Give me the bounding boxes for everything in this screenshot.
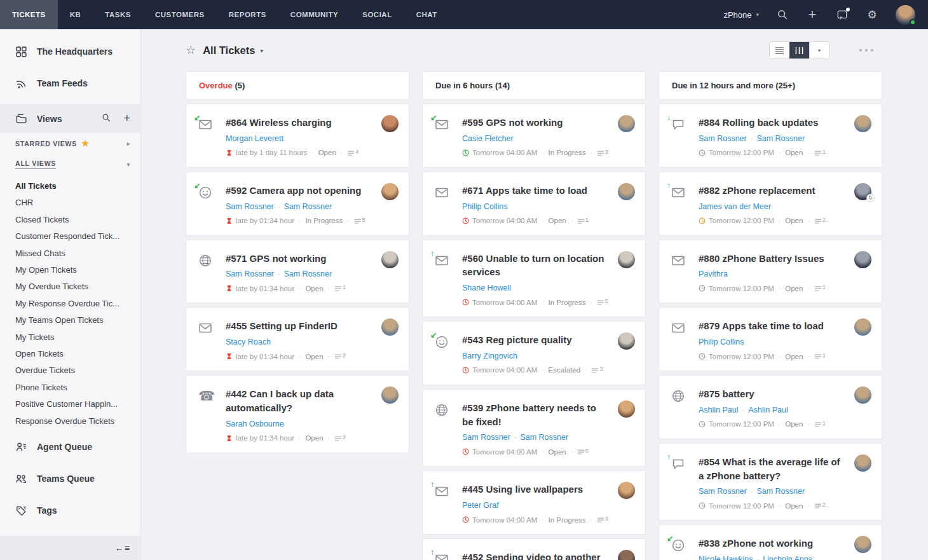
kanban-view-button[interactable] bbox=[789, 42, 809, 58]
contact-link[interactable]: Ashlin Paul bbox=[748, 406, 788, 414]
contact-link[interactable]: Sam Rossner bbox=[520, 433, 568, 442]
ticket-title[interactable]: #864 Wireless charging bbox=[226, 116, 373, 130]
view-list-item[interactable]: My Open Tickets bbox=[0, 262, 140, 278]
ticket-card[interactable]: ↓ #884 Rolling back updates Sam Rossner·… bbox=[658, 104, 882, 168]
contact-link[interactable]: Pavithra bbox=[699, 270, 728, 278]
ticket-title[interactable]: #592 Camera app not opening bbox=[226, 184, 373, 198]
sidebar-item-views[interactable]: Views + bbox=[0, 104, 140, 133]
sidebar-collapse-bar[interactable]: ←≡ bbox=[0, 536, 140, 560]
views-search-icon[interactable] bbox=[102, 113, 111, 124]
ticket-title[interactable]: #543 Reg picture quality bbox=[462, 333, 610, 347]
view-selector-caret[interactable]: ▾ bbox=[260, 48, 263, 54]
contact-link[interactable]: Nicole Hawkins bbox=[699, 555, 753, 560]
ticket-title[interactable]: #879 Apps take time to load bbox=[699, 319, 846, 333]
nav-tab-customers[interactable]: CUSTOMERS bbox=[143, 0, 217, 29]
ticket-title[interactable]: #595 GPS not working bbox=[462, 116, 610, 130]
view-list-item[interactable]: Response Overdue Tickets bbox=[0, 413, 140, 430]
view-list-item[interactable]: My Teams Open Tickets bbox=[0, 312, 140, 329]
ticket-card[interactable]: ↑ #854 What is the average life of a zPh… bbox=[658, 443, 882, 521]
ticket-title[interactable]: #442 Can I back up data automatically? bbox=[226, 387, 373, 415]
ticket-title[interactable]: #884 Rolling back updates bbox=[699, 116, 846, 130]
feedback-icon[interactable] bbox=[836, 8, 849, 21]
ticket-card[interactable]: ↑ #560 Unable to turn on location servic… bbox=[422, 240, 646, 318]
add-new-icon[interactable]: + bbox=[806, 8, 819, 21]
department-selector[interactable]: zPhone ▾ bbox=[723, 10, 759, 20]
contact-link[interactable]: Sam Rossner bbox=[756, 134, 805, 143]
ticket-card[interactable]: #879 Apps take time to load Philip Colli… bbox=[658, 307, 882, 371]
ticket-title[interactable]: #671 Apps take time to load bbox=[462, 184, 610, 198]
nav-tab-reports[interactable]: REPORTS bbox=[217, 0, 278, 29]
contact-link[interactable]: Sam Rossner bbox=[226, 270, 274, 278]
contact-link[interactable]: Sam Rossner bbox=[283, 270, 332, 278]
ticket-title[interactable]: #838 zPhone not working bbox=[699, 536, 846, 550]
contact-link[interactable]: Philip Collins bbox=[699, 338, 744, 346]
sidebar-item-team-feeds[interactable]: Team Feeds bbox=[0, 67, 140, 99]
nav-tab-kb[interactable]: KB bbox=[58, 0, 93, 29]
view-list-item[interactable]: Open Tickets bbox=[0, 346, 140, 362]
contact-link[interactable]: Shane Howell bbox=[462, 283, 511, 292]
contact-link[interactable]: James van der Meer bbox=[699, 202, 771, 211]
ticket-card[interactable]: ↙ #864 Wireless charging Morgan Leverett… bbox=[186, 104, 409, 168]
collapse-sidebar-icon[interactable]: ←≡ bbox=[115, 543, 130, 553]
ticket-title[interactable]: #882 zPhone replacement bbox=[699, 184, 846, 198]
ticket-card[interactable]: ☎ #442 Can I back up data automatically?… bbox=[186, 375, 409, 453]
ticket-title[interactable]: #445 Using live wallpapers bbox=[462, 482, 610, 496]
view-list-item[interactable]: CHR bbox=[0, 195, 140, 211]
list-view-button[interactable] bbox=[770, 42, 789, 58]
view-list-item[interactable]: Positive Customer Happin... bbox=[0, 396, 140, 413]
sidebar-item-agent-queue[interactable]: Agent Queue bbox=[0, 431, 140, 463]
contact-link[interactable]: Sarah Osbourne bbox=[226, 420, 284, 428]
ticket-card[interactable]: ↙ #543 Reg picture quality Barry Zingovi… bbox=[422, 321, 646, 385]
contact-link[interactable]: Sam Rossner bbox=[699, 487, 747, 496]
ticket-card[interactable]: #539 zPhone battery needs to be fixed! S… bbox=[422, 389, 646, 467]
view-list-item[interactable]: My Tickets bbox=[0, 329, 140, 346]
view-list-item[interactable]: Missed Chats bbox=[0, 245, 140, 262]
contact-link[interactable]: Sam Rossner bbox=[699, 134, 747, 143]
settings-gear-icon[interactable]: ⚙ bbox=[866, 8, 878, 21]
ticket-card[interactable]: ↙ #838 zPhone not working Nicole Hawkins… bbox=[658, 524, 882, 560]
nav-tab-tickets[interactable]: TICKETS bbox=[0, 0, 58, 29]
starred-views-header[interactable]: STARRED VIEWS ★ ▸ bbox=[0, 133, 140, 154]
view-list-item[interactable]: Customer Responded Tick... bbox=[0, 228, 140, 245]
add-view-icon[interactable]: + bbox=[123, 112, 130, 125]
contact-link[interactable]: Casie Fletcher bbox=[462, 134, 514, 143]
ticket-title[interactable]: #854 What is the average life of a zPhon… bbox=[699, 455, 846, 483]
contact-link[interactable]: Barry Zingovich bbox=[462, 352, 517, 360]
sidebar-item-tags[interactable]: Tags bbox=[0, 495, 140, 526]
more-options-button[interactable] bbox=[857, 49, 884, 51]
contact-link[interactable]: Sam Rossner bbox=[756, 487, 805, 496]
favorite-star-icon[interactable]: ☆ bbox=[186, 43, 196, 57]
sidebar-item-teams-queue[interactable]: Teams Queue bbox=[0, 463, 140, 495]
nav-tab-tasks[interactable]: TASKS bbox=[93, 0, 143, 29]
search-icon[interactable] bbox=[776, 8, 789, 21]
contact-link[interactable]: Morgan Leverett bbox=[226, 134, 283, 143]
nav-tab-community[interactable]: COMMUNITY bbox=[278, 0, 350, 29]
ticket-card[interactable]: #671 Apps take time to load Philip Colli… bbox=[422, 172, 646, 236]
ticket-card[interactable]: ↑ #882 zPhone replacement James van der … bbox=[658, 172, 882, 236]
contact-link[interactable]: Philip Collins bbox=[462, 202, 508, 211]
ticket-card[interactable]: #455 Setting up FinderID Stacy Roach lat… bbox=[186, 307, 409, 371]
nav-tab-social[interactable]: SOCIAL bbox=[350, 0, 404, 29]
ticket-card[interactable]: #571 GPS not working Sam Rossner·Sam Ros… bbox=[186, 240, 409, 304]
sidebar-item-headquarters[interactable]: The Headquarters bbox=[0, 36, 140, 67]
view-list-item[interactable]: All Tickets bbox=[0, 178, 140, 195]
view-list-item[interactable]: My Overdue Tickets bbox=[0, 278, 140, 295]
ticket-card[interactable]: #880 zPhone Battery Issues Pavithra Tomo… bbox=[658, 240, 882, 304]
view-list-item[interactable]: Phone Tickets bbox=[0, 379, 140, 396]
ticket-title[interactable]: #539 zPhone battery needs to be fixed! bbox=[462, 401, 610, 429]
user-avatar[interactable] bbox=[896, 5, 915, 25]
ticket-card[interactable]: ↙ #595 GPS not working Casie Fletcher To… bbox=[422, 104, 646, 168]
contact-link[interactable]: Sam Rossner bbox=[462, 433, 510, 442]
view-list-item[interactable]: Closed Tickets bbox=[0, 212, 140, 228]
ticket-card[interactable]: #875 battery Ashlin Paul·Ashlin Paul Tom… bbox=[658, 375, 882, 439]
all-views-header[interactable]: ALL VIEWS ▾ bbox=[0, 154, 140, 175]
contact-link[interactable]: Stacy Roach bbox=[226, 338, 271, 346]
ticket-title[interactable]: #875 battery bbox=[699, 387, 846, 401]
ticket-card[interactable]: ↑ #452 Sending video to another zPhone R… bbox=[422, 538, 646, 560]
contact-link[interactable]: Linchpin Apps bbox=[763, 555, 812, 560]
ticket-title[interactable]: #560 Unable to turn on location services bbox=[462, 252, 610, 280]
ticket-card[interactable]: ↙ #592 Camera app not opening Sam Rossne… bbox=[186, 172, 409, 236]
ticket-title[interactable]: #452 Sending video to another zPhone bbox=[462, 550, 610, 560]
ticket-title[interactable]: #571 GPS not working bbox=[226, 252, 373, 266]
nav-tab-chat[interactable]: CHAT bbox=[404, 0, 449, 29]
